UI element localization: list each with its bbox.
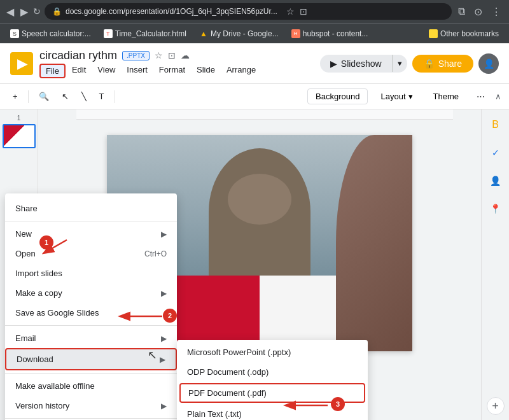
menu-icon[interactable]: ⋮: [489, 6, 504, 18]
cast-icon[interactable]: ⊡: [300, 6, 307, 17]
add-sidebar-item-button[interactable]: +: [487, 397, 505, 415]
slideshow-main-button[interactable]: ▶ Slideshow: [320, 55, 392, 73]
menu-slide[interactable]: Slide: [192, 64, 220, 78]
maps-sidebar-icon[interactable]: 📍: [485, 199, 506, 219]
bookmark-favicon-speech: S: [10, 29, 19, 38]
bookmark-speech[interactable]: S Speech calculator:...: [5, 28, 96, 39]
save-google-label: Save as Google Slides: [15, 308, 99, 318]
file-menu-section-2: New ▶ Open Ctrl+O Import slides Make a c…: [5, 221, 177, 325]
new-label: New: [15, 229, 32, 239]
pptx-label: Microsoft PowerPoint (.pptx): [187, 347, 291, 357]
file-menu: Share New ▶ Open Ctrl+O Import slides Ma…: [5, 193, 177, 420]
file-menu-share[interactable]: Share: [5, 199, 177, 218]
bookmark-drive[interactable]: ▲ My Drive - Google...: [194, 28, 284, 39]
add-icon: +: [13, 92, 18, 101]
text-icon: T: [99, 92, 104, 101]
contacts-sidebar-icon[interactable]: 👤: [485, 171, 506, 191]
menu-arrange[interactable]: Arrange: [221, 64, 261, 78]
annotation-3: 3: [331, 397, 345, 411]
background-button[interactable]: Background: [307, 88, 368, 104]
bookmark-other[interactable]: Other bookmarks: [424, 28, 504, 39]
main-area: 1: [0, 109, 509, 420]
file-menu-offline[interactable]: Make available offline: [5, 376, 177, 396]
smart-compose-sidebar-icon[interactable]: B: [485, 115, 506, 135]
bookmark-label-time: Time_Calculator.html: [115, 29, 186, 38]
bookmark-favicon-hub: H: [291, 29, 300, 38]
ruler: [76, 109, 453, 120]
version-label: Version history: [15, 401, 69, 410]
open-shortcut: Ctrl+O: [144, 249, 167, 258]
history-icon[interactable]: ⊡: [168, 50, 176, 60]
file-menu-download[interactable]: Download ▶: [5, 348, 177, 370]
app-title: circadian rythm: [39, 49, 117, 62]
file-menu-open[interactable]: Open Ctrl+O: [5, 244, 177, 263]
browser-chrome: ◀ ▶ ↻ 🔒 docs.google.com/presentation/d/1…: [0, 0, 509, 23]
slideshow-play-icon: ▶: [330, 59, 337, 69]
bookmark-time[interactable]: T Time_Calculator.html: [99, 28, 192, 39]
download-arrow-icon: ▶: [160, 355, 165, 364]
menu-file[interactable]: File: [39, 64, 66, 78]
txt-label: Plain Text (.txt): [187, 409, 242, 419]
file-menu-version[interactable]: Version history ▶: [5, 396, 177, 416]
file-menu-email[interactable]: Email ▶: [5, 328, 177, 348]
account-icon[interactable]: ⊙: [471, 6, 485, 18]
toolbar: + 🔍 ↖ ╲ T Background Layout ▾ Theme ⋯ ∧: [0, 84, 509, 109]
slideshow-button-group: ▶ Slideshow ▾: [320, 55, 407, 73]
add-slide-button[interactable]: +: [8, 89, 23, 104]
bookmark-star[interactable]: ☆: [286, 6, 295, 17]
collapse-button[interactable]: ∧: [495, 92, 501, 101]
download-label: Download: [17, 354, 53, 364]
bookmarks-bar: S Speech calculator:... T Time_Calculato…: [0, 23, 509, 43]
slideshow-dropdown-button[interactable]: ▾: [392, 55, 407, 72]
right-sidebar: B ✓ 👤 📍 +: [481, 109, 509, 420]
app-header: ▶ circadian rythm .PPTX ☆ ⊡ ☁ File Edit …: [0, 43, 509, 84]
file-menu-section-1: Share: [5, 196, 177, 221]
file-menu-new[interactable]: New ▶: [5, 224, 177, 244]
slide-thumb-image: [4, 125, 34, 147]
layout-button[interactable]: Layout ▾: [373, 89, 420, 104]
text-button[interactable]: T: [94, 89, 109, 104]
back-button[interactable]: ◀: [5, 6, 15, 18]
pdf-label: PDF Document (.pdf): [188, 388, 267, 398]
menu-insert[interactable]: Insert: [122, 64, 153, 78]
offline-label: Make available offline: [15, 381, 95, 391]
address-bar[interactable]: 🔒 docs.google.com/presentation/d/1OGj_6q…: [45, 3, 452, 20]
slide-thumbnail-1[interactable]: [3, 124, 36, 148]
user-avatar[interactable]: 👤: [478, 53, 499, 74]
menu-edit[interactable]: Edit: [67, 64, 91, 78]
cursor-button[interactable]: ↖: [57, 89, 74, 104]
bookmark-hubspot[interactable]: H hubspot - content...: [286, 28, 373, 39]
open-label: Open: [15, 249, 36, 258]
layout-label: Layout: [380, 92, 405, 101]
import-label: Import slides: [15, 269, 62, 278]
bookmark-favicon-drive: ▲: [199, 29, 208, 38]
toolbar-sep-1: [28, 90, 29, 103]
download-odp[interactable]: ODP Document (.odp): [177, 362, 368, 382]
zoom-button[interactable]: 🔍: [34, 89, 54, 104]
share-button[interactable]: 🔒 Share: [412, 55, 473, 73]
menu-format[interactable]: Format: [154, 64, 190, 78]
version-arrow-icon: ▶: [161, 402, 167, 410]
more-button[interactable]: ⋯: [471, 89, 490, 104]
odp-label: ODP Document (.odp): [187, 367, 268, 377]
slide-number: 1: [17, 115, 21, 122]
shape-icon: ╲: [81, 92, 87, 101]
download-pptx[interactable]: Microsoft PowerPoint (.pptx): [177, 342, 368, 362]
bookmark-favicon-other: [429, 29, 438, 38]
slideshow-label: Slideshow: [341, 59, 382, 69]
theme-button[interactable]: Theme: [426, 89, 466, 104]
forward-button[interactable]: ▶: [19, 6, 29, 18]
file-menu-import[interactable]: Import slides: [5, 263, 177, 283]
shape-button[interactable]: ╲: [76, 89, 92, 104]
extensions-icon[interactable]: ⧉: [456, 6, 468, 17]
file-menu-save-google[interactable]: Save as Google Slides: [5, 303, 177, 323]
file-menu-section-4: Make available offline Version history ▶: [5, 373, 177, 418]
refresh-button[interactable]: ↻: [33, 6, 41, 17]
bookmark-label-other: Other bookmarks: [440, 29, 499, 38]
cloud-icon[interactable]: ☁: [181, 50, 190, 60]
new-arrow-icon: ▶: [161, 230, 167, 239]
menu-view[interactable]: View: [92, 64, 120, 78]
file-menu-copy[interactable]: Make a copy ▶: [5, 283, 177, 303]
star-icon[interactable]: ☆: [155, 50, 163, 60]
tasks-sidebar-icon[interactable]: ✓: [485, 143, 506, 163]
